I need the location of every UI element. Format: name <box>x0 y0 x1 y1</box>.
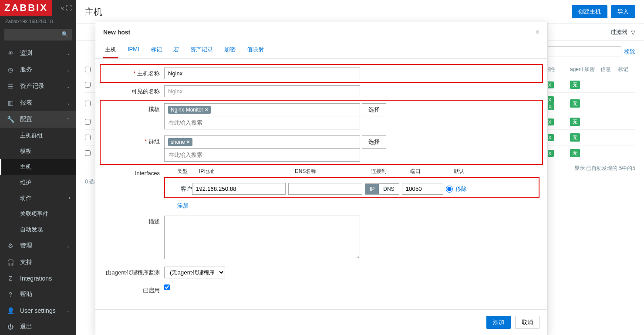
description-textarea[interactable] <box>164 216 360 259</box>
close-icon[interactable]: × <box>536 28 539 36</box>
nav-inventory[interactable]: ☰资产记录⌄ <box>0 78 76 95</box>
templates-select-button[interactable]: 选择 <box>362 103 386 116</box>
sub-host-groups[interactable]: 主机群组 <box>0 128 76 143</box>
iface-connect-toggle[interactable]: IP DNS <box>365 183 399 195</box>
sub-discovery[interactable]: 自动发现 <box>0 222 76 237</box>
row-checkbox[interactable] <box>85 119 91 125</box>
templates-tagbox[interactable]: Nginx-Monitor× <box>164 103 360 116</box>
filter-label[interactable]: 过滤器 <box>610 28 627 36</box>
nav-services[interactable]: ◷服务⌄ <box>0 61 76 78</box>
nav-logout[interactable]: ⏻退出 <box>0 318 76 335</box>
hostname-input[interactable] <box>164 68 360 79</box>
chevron-down-icon: ⌄ <box>67 51 70 56</box>
tab-encryption[interactable]: 加密 <box>223 42 237 58</box>
add-button[interactable]: 添加 <box>486 316 511 329</box>
visible-name-input[interactable] <box>164 85 360 97</box>
tab-valuemap[interactable]: 值映射 <box>245 42 266 58</box>
enabled-checkbox[interactable] <box>164 284 170 290</box>
nav-integrations[interactable]: ZIntegrations <box>0 271 76 286</box>
highlight-templates-groups: 模板 Nginx-Monitor× 选择 * 群组 sh <box>100 100 543 165</box>
tab-inventory[interactable]: 资产记录 <box>189 42 215 58</box>
import-button[interactable]: 导入 <box>611 5 635 18</box>
search-icon[interactable]: 🔍 <box>61 31 68 37</box>
nav-label: Integrations <box>20 275 52 282</box>
iface-ip-input[interactable] <box>192 183 286 195</box>
nav-label: 监测 <box>20 49 32 57</box>
iface-dns-input[interactable] <box>288 183 362 195</box>
chevron-down-icon: ⌄ <box>67 84 70 89</box>
tab-macros[interactable]: 宏 <box>172 42 181 58</box>
search-box: 🔍 <box>4 29 72 41</box>
nav-user-settings[interactable]: 👤User settings⌄ <box>0 303 76 318</box>
row-checkbox[interactable] <box>85 101 91 106</box>
th-tags[interactable]: 标记 <box>618 66 635 73</box>
ih-default: 默认 <box>454 168 464 175</box>
proxy-select[interactable]: (无agent代理程序) <box>164 267 225 278</box>
sub-hosts[interactable]: 主机 <box>0 159 76 175</box>
nav-reports[interactable]: ▥报表⌄ <box>0 95 76 111</box>
z-icon: Z <box>6 275 15 282</box>
toggle-ip[interactable]: IP <box>365 184 379 194</box>
label-enabled: 已启用 <box>103 284 164 294</box>
sub-correlation[interactable]: 关联项事件 <box>0 206 76 222</box>
none-badge: 无 <box>570 99 580 108</box>
sidebar-collapse-icons[interactable]: « ⛶ <box>61 4 76 11</box>
cancel-button[interactable]: 取消 <box>515 316 539 329</box>
clock-icon: ◷ <box>6 66 15 73</box>
label-description: 描述 <box>103 216 164 226</box>
groups-select-button[interactable]: 选择 <box>362 135 386 149</box>
tab-tags[interactable]: 标记 <box>149 42 164 58</box>
label-interfaces: Interfaces <box>103 168 164 176</box>
nav-monitoring[interactable]: 👁监测⌄ <box>0 45 76 61</box>
sub-maintenance[interactable]: 维护 <box>0 175 76 190</box>
toggle-dns[interactable]: DNS <box>379 184 398 194</box>
filter-icon[interactable]: ▽ <box>631 29 635 36</box>
none-badge: 无 <box>570 133 580 142</box>
groups-search[interactable] <box>164 149 360 162</box>
iface-remove-link[interactable]: 移除 <box>455 185 467 193</box>
tab-ipmi[interactable]: IPMI <box>126 42 141 58</box>
select-all-checkbox[interactable] <box>85 67 91 72</box>
chevron-up-icon: ⌃ <box>67 117 70 122</box>
logo[interactable]: ZABBIX <box>0 0 52 16</box>
nav-label: 支持 <box>20 258 32 266</box>
chevron-down-icon: ⌄ <box>67 308 70 313</box>
templates-search-input[interactable] <box>167 118 357 127</box>
server-info: Zabbix192.168.250.18 <box>0 16 76 27</box>
nav-configuration[interactable]: 🔧配置⌃ <box>0 111 76 128</box>
nav-label: 退出 <box>20 323 32 331</box>
nav-help[interactable]: ?帮助 <box>0 286 76 303</box>
remove-tag-icon[interactable]: × <box>187 139 190 145</box>
sub-templates[interactable]: 模板 <box>0 143 76 159</box>
create-host-button[interactable]: 创建主机 <box>572 5 607 18</box>
sub-actions[interactable]: 动作› <box>0 190 76 206</box>
templates-search[interactable] <box>164 116 360 129</box>
ih-dns: DNS名称 <box>295 168 371 175</box>
groups-tagbox[interactable]: shone× <box>164 135 360 149</box>
nav-support[interactable]: 🎧支持 <box>0 254 76 271</box>
row-checkbox[interactable] <box>85 150 91 156</box>
th-info[interactable]: 信息 <box>600 66 618 73</box>
modal-title: New host <box>103 29 130 36</box>
iface-default-radio[interactable] <box>446 186 453 193</box>
none-badge: 无 <box>570 118 580 126</box>
th-agent[interactable]: agent 加密 <box>570 66 600 73</box>
row-checkbox[interactable] <box>85 82 91 88</box>
nav-label: 资产记录 <box>20 82 44 90</box>
ih-connect: 连接到 <box>371 168 410 175</box>
interface-row: 客户端 IP DNS 移除 <box>168 183 536 195</box>
template-tag: Nginx-Monitor× <box>168 106 211 114</box>
remove-tag-icon[interactable]: × <box>205 107 208 113</box>
add-interface-link[interactable]: 添加 <box>177 202 189 209</box>
user-icon: 👤 <box>6 307 15 314</box>
modal-body: * 主机名称 可见的名称 模板 Nginx-Monitor× 选择 <box>95 59 547 309</box>
filter-remove-link[interactable]: 移除 <box>624 48 635 56</box>
none-badge: 无 <box>570 149 580 157</box>
row-checkbox[interactable] <box>85 135 91 140</box>
page-title: 主机 <box>85 6 102 18</box>
nav-admin[interactable]: ⚙管理⌄ <box>0 237 76 254</box>
iface-port-input[interactable] <box>402 183 443 195</box>
nav-label: 配置 <box>20 115 32 123</box>
tab-host[interactable]: 主机 <box>103 42 118 58</box>
groups-search-input[interactable] <box>167 150 357 159</box>
